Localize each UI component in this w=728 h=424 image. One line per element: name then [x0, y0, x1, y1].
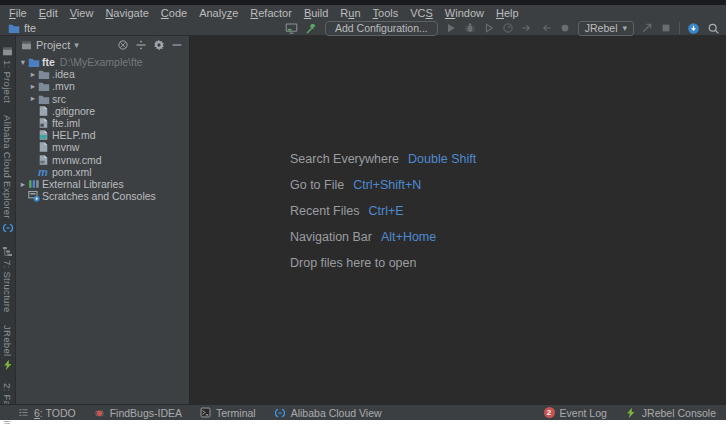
structure-icon: [2, 246, 13, 257]
chevron-right-icon[interactable]: ▸: [28, 82, 38, 91]
tree-item-external-libraries[interactable]: ▸External Libraries: [16, 178, 189, 190]
hide-icon: [171, 39, 183, 51]
statusbar-item-terminal[interactable]: Terminal: [200, 407, 256, 419]
collapse-all-button[interactable]: [135, 39, 147, 51]
menu-view[interactable]: View: [64, 7, 100, 19]
toolwindow-button-jrebel[interactable]: JRebel: [2, 325, 14, 371]
editor-area: Search EverywhereDouble ShiftGo to FileC…: [190, 36, 726, 404]
menu-window[interactable]: Window: [439, 7, 490, 19]
todo-icon: [18, 407, 29, 418]
chevron-down-icon: ▾: [622, 24, 627, 33]
menu-tools[interactable]: Tools: [367, 7, 405, 19]
jrebel-icon: [625, 407, 637, 419]
hint-shortcut-key: Ctrl+Shift+N: [353, 178, 421, 192]
statusbar-item-findbugs-idea[interactable]: FindBugs-IDEA: [94, 407, 182, 419]
folder-icon: [38, 80, 52, 92]
menu-build[interactable]: Build: [298, 7, 334, 19]
tree-item--gitignore[interactable]: .gitignore: [16, 105, 189, 117]
status-bar: 6: TODOFindBugs-IDEATerminalAlibaba Clou…: [0, 404, 726, 420]
locate-button[interactable]: [117, 39, 129, 51]
shortcut-hint: Drop files here to open: [290, 250, 476, 276]
statusbar-item-6-todo[interactable]: 6: TODO: [18, 407, 76, 419]
statusbar-item-event-log[interactable]: 2Event Log: [544, 407, 607, 419]
tree-item-mvnw-cmd[interactable]: mvnw.cmd: [16, 154, 189, 166]
attach-left-button[interactable]: [521, 22, 533, 34]
tree-item-label: .mvn: [52, 80, 75, 92]
stop-button[interactable]: [660, 22, 672, 34]
run-play-icon: [445, 22, 457, 34]
project-panel-title[interactable]: Project: [36, 39, 70, 51]
breadcrumb[interactable]: fte: [8, 22, 36, 34]
add-configuration-button[interactable]: Add Configuration...: [325, 21, 438, 36]
menu-refactor[interactable]: Refactor: [244, 7, 298, 19]
debug-bug-button[interactable]: [464, 22, 476, 34]
menu-code[interactable]: Code: [155, 7, 193, 19]
monitor-button[interactable]: [285, 22, 298, 35]
breadcrumb-project-name[interactable]: fte: [24, 22, 36, 34]
chevron-right-icon[interactable]: ▸: [18, 180, 28, 189]
statusbar-item-jrebel-console[interactable]: JRebel Console: [625, 407, 716, 419]
left-toolwindow-stripe: 1: ProjectAlibaba Cloud Explorer 7: Stru…: [0, 36, 16, 404]
toolwindow-button-label: Alibaba Cloud Explorer: [2, 115, 13, 219]
menu-edit[interactable]: Edit: [33, 7, 64, 19]
toolwindow-button-alibaba-cloud-explorer[interactable]: Alibaba Cloud Explorer: [2, 115, 14, 234]
menu-file[interactable]: File: [3, 7, 33, 19]
statusbar-item-alibaba-cloud-view[interactable]: Alibaba Cloud View: [274, 407, 382, 419]
menu-help[interactable]: Help: [490, 7, 525, 19]
menu-run[interactable]: Run: [334, 7, 366, 19]
main-area: 1: ProjectAlibaba Cloud Explorer 7: Stru…: [0, 36, 726, 404]
shortcut-hint: Search EverywhereDouble Shift: [290, 146, 476, 172]
project-toolwindow-icon: [21, 40, 32, 51]
chevron-right-icon[interactable]: ▸: [28, 94, 38, 103]
build-hammer-icon: [305, 22, 318, 35]
menu-vcs[interactable]: VCS: [404, 7, 439, 19]
toolwindow-button-1-project[interactable]: 1: Project: [2, 46, 13, 103]
tree-item--mvn[interactable]: ▸.mvn: [16, 80, 189, 92]
run-coverage-button[interactable]: [483, 22, 495, 34]
hint-label: Recent Files: [290, 204, 359, 218]
hint-shortcut-key: Alt+Home: [381, 230, 436, 244]
project-title-chevron-icon[interactable]: ▾: [74, 41, 79, 50]
hide-button[interactable]: [171, 39, 183, 51]
stop-icon: [660, 22, 672, 34]
record-icon: [559, 22, 571, 34]
record-button[interactable]: [559, 22, 571, 34]
menu-analyze[interactable]: Analyze: [193, 7, 244, 19]
attach-right-button[interactable]: [540, 22, 552, 34]
profiler-button[interactable]: [502, 22, 514, 34]
jrebel-config-combo[interactable]: JRebel▾: [578, 21, 634, 36]
tree-item-fte[interactable]: ▾fteD:\MyExample\fte: [16, 56, 189, 68]
update-button[interactable]: [687, 22, 700, 35]
tree-item-fte-iml[interactable]: fte.iml: [16, 117, 189, 129]
tree-item-scratches-and-consoles[interactable]: Scratches and Consoles: [16, 190, 189, 202]
file-icon: [38, 141, 52, 153]
file-cmd-icon: [38, 154, 52, 166]
tree-item-label: mvnw: [52, 141, 79, 153]
menu-navigate[interactable]: Navigate: [99, 7, 154, 19]
gear-button[interactable]: [153, 39, 165, 51]
hint-label: Navigation Bar: [290, 230, 372, 244]
debug-bug-icon: [464, 22, 476, 34]
tree-item-src[interactable]: ▸src: [16, 93, 189, 105]
file-icon: [38, 105, 52, 117]
toolwindow-button-7-structure[interactable]: 7: Structure: [2, 246, 13, 313]
statusbar-item-label: FindBugs-IDEA: [110, 407, 182, 419]
stripe-bottom-group: 7: StructureJRebel2: Favorites: [2, 240, 14, 424]
editor-shortcut-hints: Search EverywhereDouble ShiftGo to FileC…: [290, 146, 476, 276]
tree-item-pom-xml[interactable]: mpom.xml: [16, 166, 189, 178]
tree-item-mvnw[interactable]: mvnw: [16, 141, 189, 153]
tree-item-help-md[interactable]: HELP.md: [16, 129, 189, 141]
run-coverage-icon: [483, 22, 495, 34]
run-with-jrebel-button[interactable]: [641, 22, 653, 34]
chevron-down-icon[interactable]: ▾: [18, 58, 28, 67]
alibaba-icon: [274, 407, 286, 419]
search-button[interactable]: [707, 22, 720, 35]
maven-icon: m: [38, 166, 52, 178]
toolwindow-button-label: 1: Project: [2, 60, 13, 103]
folder-icon: [38, 93, 52, 105]
tree-item--idea[interactable]: ▸.idea: [16, 68, 189, 80]
chevron-right-icon[interactable]: ▸: [28, 70, 38, 79]
statusbar-item-label: 6: TODO: [34, 407, 76, 419]
build-hammer-button[interactable]: [305, 22, 318, 35]
run-play-button[interactable]: [445, 22, 457, 34]
